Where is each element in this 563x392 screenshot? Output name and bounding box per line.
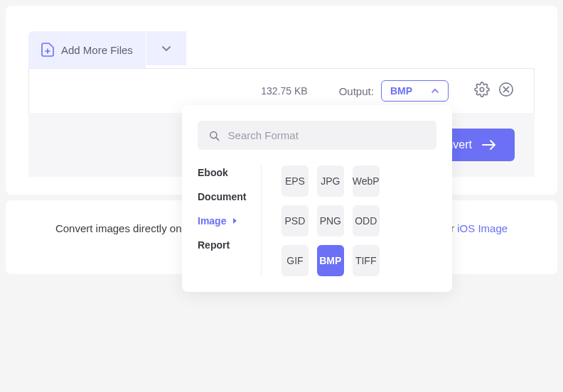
file-plus-icon: [41, 43, 54, 57]
remove-file-button[interactable]: [498, 82, 514, 100]
format-png[interactable]: PNG: [317, 205, 344, 236]
category-ebook[interactable]: Ebook: [198, 165, 258, 180]
category-list: Ebook Document Image Report: [198, 165, 262, 276]
output-label: Output:: [339, 85, 374, 97]
chevron-up-icon: [431, 87, 439, 95]
svg-point-0: [480, 87, 484, 92]
chevron-down-icon: [161, 43, 172, 54]
category-report[interactable]: Report: [198, 238, 258, 252]
category-document[interactable]: Document: [198, 190, 258, 204]
gear-icon: [474, 82, 490, 97]
output-format-select[interactable]: BMP: [381, 80, 449, 102]
format-webp[interactable]: WebP: [353, 165, 380, 197]
search-format-input[interactable]: [228, 129, 425, 141]
dropdown-body: Ebook Document Image Report EPS JPG WebP…: [198, 165, 436, 276]
format-eps[interactable]: EPS: [282, 165, 309, 197]
arrow-right-icon: [482, 139, 496, 151]
output-format-value: BMP: [390, 85, 412, 97]
search-icon: [209, 130, 220, 141]
format-jpg[interactable]: JPG: [317, 165, 344, 197]
file-size: 132.75 KB: [261, 85, 307, 97]
add-more-files-button[interactable]: Add More Files: [28, 31, 146, 68]
category-image[interactable]: Image: [198, 214, 258, 228]
format-gif[interactable]: GIF: [282, 245, 309, 276]
search-format-box[interactable]: [198, 121, 436, 150]
format-tiff[interactable]: TIFF: [353, 245, 380, 276]
add-more-files-label: Add More Files: [61, 44, 133, 56]
settings-button[interactable]: [474, 82, 490, 100]
format-psd[interactable]: PSD: [282, 205, 309, 236]
format-odd[interactable]: ODD: [353, 205, 380, 236]
add-files-dropdown-toggle[interactable]: [146, 31, 186, 65]
close-icon: [498, 82, 514, 97]
format-bmp[interactable]: BMP: [317, 245, 344, 276]
format-grid: EPS JPG WebP PSD PNG ODD GIF BMP TIFF: [282, 165, 380, 276]
format-dropdown: Ebook Document Image Report EPS JPG WebP…: [182, 105, 452, 292]
